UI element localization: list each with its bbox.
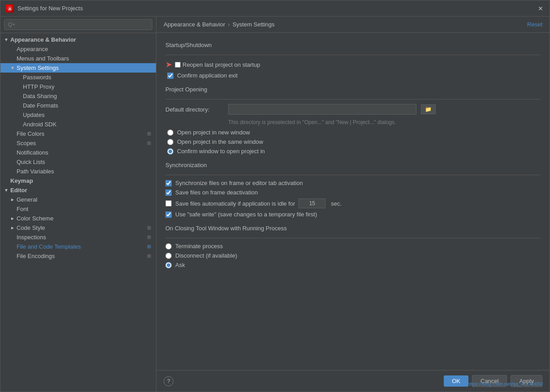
sidebar-item-editor[interactable]: ▼ Editor (0, 185, 156, 195)
close-button[interactable]: ✕ (537, 5, 544, 12)
same-window-radio[interactable] (167, 139, 173, 145)
sidebar-item-appearance[interactable]: Appearance (0, 44, 156, 54)
disconnect-radio[interactable] (165, 253, 172, 259)
sidebar-item-http-proxy[interactable]: HTTP Proxy (0, 82, 156, 91)
save-idle-checkbox[interactable] (165, 200, 172, 207)
sidebar-item-label: System Settings (17, 65, 152, 71)
disconnect-label: Disconnect (if available) (175, 252, 237, 259)
sidebar-item-notifications[interactable]: Notifications (0, 148, 156, 157)
idle-timeout-input[interactable] (299, 198, 325, 208)
sidebar-item-label: Scopes (17, 140, 145, 146)
browse-button[interactable]: 📁 (421, 104, 436, 114)
sidebar-item-system-settings[interactable]: ▼ System Settings (0, 63, 156, 73)
ask-radio[interactable] (165, 262, 172, 268)
sidebar-item-label: File and Code Templates (17, 243, 145, 250)
same-window-label: Open project in the same window (177, 138, 263, 145)
same-window-row: Open project in the same window (167, 138, 541, 145)
sidebar-item-file-encodings[interactable]: File Encodings ⊞ (0, 251, 156, 261)
safe-write-checkbox[interactable] (165, 211, 172, 218)
sidebar-item-android-sdk[interactable]: Android SDK (0, 120, 156, 129)
terminate-radio[interactable] (165, 243, 172, 250)
sidebar-item-appearance-behavior[interactable]: ▼ Appearance & Behavior (0, 35, 156, 44)
save-idle-row: Save files automatically if application … (165, 198, 541, 208)
default-dir-label: Default directory: (165, 106, 224, 113)
sidebar-item-menus-toolbars[interactable]: Menus and Toolbars (0, 54, 156, 63)
confirm-exit-checkbox[interactable] (167, 73, 173, 79)
sidebar-item-label: Appearance (17, 46, 152, 52)
confirm-window-radio[interactable] (167, 148, 173, 155)
sync-files-row: Synchronize files on frame or editor tab… (165, 180, 541, 186)
sidebar-item-label: Passwords (23, 74, 152, 81)
reset-button[interactable]: Reset (527, 21, 542, 28)
reopen-row: ➤ Reopen last project on startup (165, 60, 541, 69)
sidebar-item-color-scheme[interactable]: ► Color Scheme (0, 214, 156, 223)
reopen-checkbox[interactable] (175, 62, 181, 68)
breadcrumb-parent: Appearance & Behavior (164, 21, 225, 28)
reopen-label: Reopen last project on startup (182, 61, 260, 68)
sidebar-item-file-colors[interactable]: File Colors ⊞ (0, 129, 156, 138)
title-bar: A Settings for New Projects ✕ (0, 0, 550, 17)
arrow-indicator: ➤ (165, 60, 172, 69)
search-input[interactable] (4, 19, 152, 30)
main-header: Appearance & Behavior › System Settings … (156, 17, 550, 33)
sidebar-item-scopes[interactable]: Scopes ⊞ (0, 138, 156, 148)
breadcrumb-separator: › (228, 21, 230, 28)
sync-section-title: Synchronization (165, 162, 541, 168)
sidebar-item-passwords[interactable]: Passwords (0, 73, 156, 82)
sidebar-item-label: Editor (10, 187, 152, 194)
sidebar-item-label: Code Style (17, 224, 145, 231)
ask-row: Ask (165, 262, 541, 268)
sidebar-item-label: File Colors (17, 130, 145, 137)
ok-button[interactable]: OK (444, 375, 468, 387)
confirm-window-label: Confirm window to open project in (177, 148, 265, 155)
sidebar-item-file-code-templates[interactable]: File and Code Templates ⊞ (0, 242, 156, 251)
search-box (0, 17, 156, 33)
expand-arrow: ► (10, 216, 17, 221)
title-bar-left: A Settings for New Projects (6, 4, 83, 13)
new-window-radio[interactable] (167, 129, 173, 136)
sidebar-item-label: General (17, 196, 152, 203)
save-deactivation-checkbox[interactable] (165, 190, 172, 196)
sidebar-item-updates[interactable]: Updates (0, 110, 156, 120)
closing-section-title: On Closing Tool Window with Running Proc… (165, 225, 541, 232)
settings-page-icon: ⊞ (145, 253, 152, 259)
settings-page-icon: ⊞ (145, 225, 152, 231)
sidebar-item-date-formats[interactable]: Date Formats (0, 101, 156, 110)
sidebar-item-path-variables[interactable]: Path Variables (0, 167, 156, 176)
new-window-row: Open project in new window (167, 129, 541, 136)
disconnect-row: Disconnect (if available) (165, 252, 541, 259)
save-deactivation-label: Save files on frame deactivation (175, 189, 258, 196)
sidebar-item-label: Data Sharing (23, 93, 152, 99)
sidebar-item-data-sharing[interactable]: Data Sharing (0, 91, 156, 101)
sidebar-item-label: HTTP Proxy (23, 83, 152, 90)
expand-arrow: ▼ (10, 65, 17, 70)
help-button[interactable]: ? (164, 376, 173, 386)
sidebar-item-keymap[interactable]: Keymap (0, 176, 156, 185)
sidebar-item-general[interactable]: ► General (0, 195, 156, 204)
expand-arrow: ▼ (4, 188, 10, 193)
watermark: https://blog.csdn.net/qq_41146650 (467, 381, 543, 387)
sidebar-item-code-style[interactable]: ► Code Style ⊞ (0, 223, 156, 233)
idle-unit: sec. (331, 200, 342, 207)
dir-hint: This directory is preselected in "Open..… (228, 119, 541, 125)
sidebar-item-label: Appearance & Behavior (10, 36, 152, 43)
sidebar-item-quick-lists[interactable]: Quick Lists (0, 157, 156, 167)
terminate-label: Terminate process (175, 243, 223, 250)
app-icon: A (6, 4, 14, 13)
settings-panel: Startup/Shutdown ➤ Reopen last project o… (156, 33, 550, 370)
dialog-title: Settings for New Projects (17, 5, 83, 12)
sidebar: ▼ Appearance & Behavior Appearance Menus… (0, 17, 156, 392)
sync-files-checkbox[interactable] (165, 180, 172, 186)
main-content: Appearance & Behavior › System Settings … (156, 17, 550, 392)
content-area: ▼ Appearance & Behavior Appearance Menus… (0, 17, 550, 392)
sidebar-item-font[interactable]: Font (0, 204, 156, 214)
breadcrumb-current: System Settings (233, 21, 275, 28)
sidebar-item-inspections[interactable]: Inspections ⊞ (0, 233, 156, 242)
confirm-exit-row: Confirm application exit (167, 72, 541, 79)
safe-write-label: Use "safe write" (save changes to a temp… (175, 211, 317, 218)
default-dir-input[interactable] (228, 104, 416, 115)
sidebar-item-label: Color Scheme (17, 215, 152, 222)
sidebar-item-label: Updates (23, 112, 152, 118)
sidebar-item-label: Date Formats (23, 102, 152, 109)
project-opening-divider (165, 99, 541, 99)
